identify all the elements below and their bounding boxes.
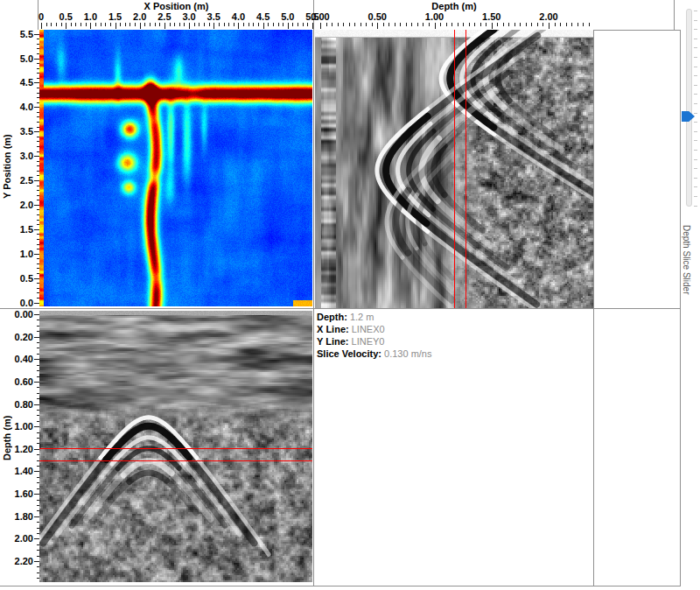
axis-tick xyxy=(41,23,42,29)
divider-middle xyxy=(0,308,681,309)
slider-tick-mark xyxy=(694,186,697,187)
axis-tick xyxy=(417,23,418,26)
axis-tick xyxy=(224,23,225,26)
axis-tick-label: 2.0 xyxy=(4,200,33,210)
axis-tick xyxy=(61,23,62,26)
axis-tick xyxy=(395,23,396,26)
axis-tick xyxy=(105,23,106,26)
axis-tick xyxy=(90,23,91,29)
depth-cursor-line[interactable] xyxy=(39,448,312,449)
axis-tick xyxy=(268,23,269,26)
slider-tick-mark xyxy=(694,159,697,160)
depth-slice-slider-track[interactable] xyxy=(686,9,692,207)
axis-tick xyxy=(238,23,239,29)
axis-tick xyxy=(199,23,200,26)
depth-slice-slider-label: Depth Slice Slider xyxy=(682,225,691,304)
axis-tick xyxy=(209,23,210,26)
axis-tick-label: 1.40 xyxy=(4,466,33,476)
slider-tick-mark xyxy=(694,196,697,197)
y-line-readout-value: LINEY0 xyxy=(352,336,385,347)
depth-cursor-line[interactable] xyxy=(466,30,466,308)
axis-tick xyxy=(174,23,175,26)
axis-tick xyxy=(411,23,412,26)
axis-tick-label: 2.0 xyxy=(133,11,146,22)
axis-tick xyxy=(360,23,361,26)
divider-left-mid xyxy=(313,0,314,586)
slice-velocity-readout-label: Slice Velocity: xyxy=(317,348,382,359)
depth-cursor-line[interactable] xyxy=(39,460,312,461)
axis-tick xyxy=(219,23,220,26)
axis-tick xyxy=(116,23,116,29)
axis-tick xyxy=(377,23,378,29)
axis-tick xyxy=(400,23,401,26)
axis-tick xyxy=(566,23,567,26)
slider-tick-mark xyxy=(694,103,697,104)
axis-tick xyxy=(555,23,556,26)
axis-tick xyxy=(150,23,150,26)
axis-tick xyxy=(354,23,355,26)
axis-tick xyxy=(170,23,171,26)
axis-tick xyxy=(283,23,284,26)
axis-tick xyxy=(184,23,185,26)
axis-tick xyxy=(463,23,464,26)
axis-tick-label: 5.0 xyxy=(281,11,294,22)
axis-tick xyxy=(537,23,538,26)
gpr-slice-window: X Position (m) Y Position (m) 00.51.01.5… xyxy=(0,0,700,590)
axis-tick-label: 1.0 xyxy=(84,11,97,22)
axis-tick xyxy=(320,23,321,29)
axis-tick-label: 0.0 xyxy=(4,298,33,308)
divider-top-right-cell xyxy=(593,30,681,31)
axis-tick-label: 4.0 xyxy=(232,11,245,22)
slider-tick-mark xyxy=(694,85,697,86)
axis-tick-label: 1.00 xyxy=(4,421,33,432)
axis-tick xyxy=(343,23,344,26)
slice-info-panel: Depth: 1.2 m X Line: LINEX0 Y Line: LINE… xyxy=(317,311,431,360)
axis-tick xyxy=(303,23,304,26)
axis-tick-label: 1.0 xyxy=(4,249,33,259)
depth-slice-heatmap[interactable] xyxy=(39,30,312,306)
axis-tick-label: 0.80 xyxy=(4,399,33,410)
axis-tick xyxy=(155,23,156,26)
axis-tick xyxy=(144,23,145,26)
slider-tick-mark xyxy=(694,29,697,30)
slice-velocity-readout-value: 0.130 m/ns xyxy=(384,348,431,359)
axis-tick-label: 2.5 xyxy=(4,175,33,186)
axis-tick xyxy=(458,23,458,26)
axis-tick xyxy=(66,23,66,29)
slider-tick-mark xyxy=(694,11,697,11)
axis-tick xyxy=(258,23,259,26)
depth-slice-slider-thumb[interactable] xyxy=(682,111,695,122)
axis-tick xyxy=(140,23,141,29)
depth-cursor-line[interactable] xyxy=(454,30,455,308)
axis-tick-label: 5.5 xyxy=(4,29,33,39)
slider-tick-mark xyxy=(694,178,697,179)
axis-tick xyxy=(278,23,279,26)
axis-tick-label: 5.0 xyxy=(4,53,33,64)
axis-tick xyxy=(179,23,180,26)
slider-tick-mark xyxy=(694,39,697,39)
axis-tick xyxy=(164,23,165,29)
axis-tick-label: 2.00 xyxy=(539,11,557,22)
slider-tick-mark xyxy=(694,57,697,58)
axis-tick xyxy=(248,23,249,26)
axis-tick xyxy=(349,23,350,26)
axis-tick xyxy=(503,23,504,26)
divider-top-right xyxy=(674,0,675,30)
axis-tick-label: 1.50 xyxy=(482,11,500,22)
y-line-readout: Y Line: LINEY0 xyxy=(317,335,431,348)
axis-tick xyxy=(526,23,527,26)
axis-tick xyxy=(228,23,229,26)
axis-tick xyxy=(474,23,475,26)
axis-tick-label: 1.5 xyxy=(108,11,122,22)
axis-tick-label: 3.5 xyxy=(207,11,220,22)
axis-tick xyxy=(372,23,373,26)
slider-tick-mark xyxy=(694,122,697,123)
axis-tick xyxy=(56,23,57,26)
axis-tick xyxy=(46,23,47,26)
axis-tick xyxy=(189,23,190,29)
axis-tick xyxy=(273,23,274,26)
axis-tick xyxy=(288,23,289,29)
axis-tick xyxy=(326,23,327,26)
yline-radargram[interactable] xyxy=(39,311,312,582)
axis-tick xyxy=(159,23,160,26)
